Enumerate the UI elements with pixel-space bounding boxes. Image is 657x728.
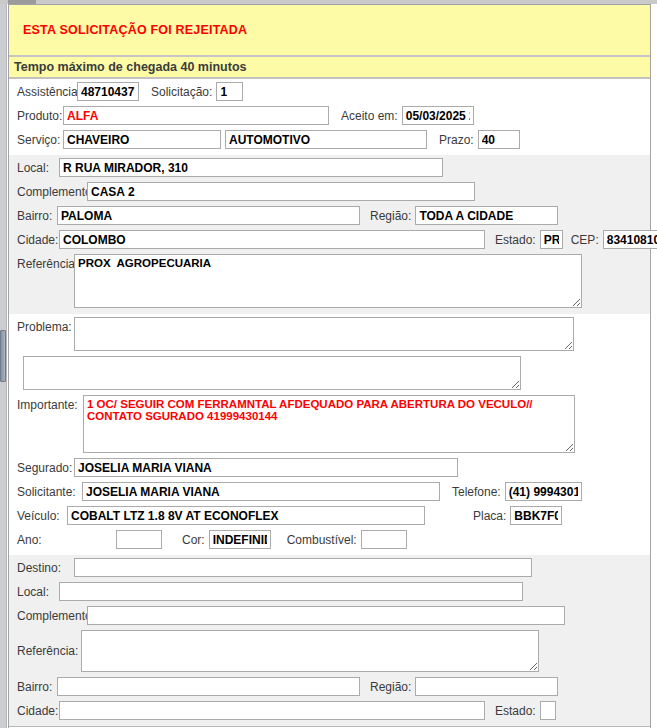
destino-estado-label: Estado:	[495, 704, 536, 718]
destino-complemento-label: Complemento:	[17, 609, 83, 623]
row-observacao	[9, 356, 650, 390]
section-destino: Destino: Local: Complemento: Referência:…	[9, 555, 650, 726]
bairro-input[interactable]	[57, 206, 360, 225]
eta-banner-text: Tempo máximo de chegada 40 minutos	[14, 60, 246, 74]
produto-label: Produto:	[17, 109, 59, 123]
combustivel-input[interactable]	[361, 530, 407, 549]
section-detalhes: Problema: Importante: 1 OC/ SEGUIR COM F…	[9, 314, 650, 555]
estado-label: Estado:	[495, 233, 536, 247]
assistencia-label: Assistência:	[17, 85, 73, 99]
assistencia-input[interactable]	[77, 82, 139, 101]
aceito-em-input[interactable]	[402, 106, 474, 125]
segurado-label: Segurado:	[17, 461, 70, 475]
combustivel-label: Combustível:	[287, 533, 357, 547]
row-local: Local:	[9, 158, 650, 177]
row-servico: Serviço: Prazo:	[9, 130, 650, 149]
destino-complemento-input[interactable]	[87, 606, 565, 625]
row-destino-bairro: Bairro: Região:	[9, 677, 650, 696]
complemento-input[interactable]	[87, 182, 475, 201]
destino-cidade-input[interactable]	[59, 701, 485, 720]
regiao-label: Região:	[370, 209, 411, 223]
destino-estado-input[interactable]	[540, 701, 556, 720]
row-referencias: Referências: PROX AGROPECUARIA	[9, 254, 650, 308]
ano-input[interactable]	[116, 530, 162, 549]
row-complemento: Complemento:	[9, 182, 650, 201]
importante-label: Importante:	[17, 395, 79, 412]
section-origem: Local: Complemento: Bairro: Região: Cida…	[9, 155, 650, 314]
row-bairro: Bairro: Região:	[9, 206, 650, 225]
row-destino: Destino:	[9, 558, 650, 577]
row-cidade: Cidade: Estado: CEP:	[9, 230, 650, 249]
referencias-textarea[interactable]: PROX AGROPECUARIA	[74, 254, 582, 308]
destino-bairro-label: Bairro:	[17, 680, 53, 694]
destino-label: Destino:	[17, 561, 70, 575]
telefone-label: Telefone:	[452, 485, 501, 499]
row-destino-referencia: Referência:	[9, 630, 650, 672]
solicitacao-label: Solicitação:	[151, 85, 212, 99]
placa-input[interactable]	[510, 506, 562, 525]
problema-label: Problema:	[17, 317, 70, 334]
prazo-input[interactable]	[478, 130, 520, 149]
row-problema: Problema:	[9, 317, 650, 351]
importante-textarea[interactable]: 1 OC/ SEGUIR COM FERRAMNTAL AFDEQUADO PA…	[83, 395, 575, 453]
cidade-label: Cidade:	[17, 233, 55, 247]
left-scrollbar-thumb[interactable]	[0, 330, 6, 382]
row-destino-cidade: Cidade: Estado:	[9, 701, 650, 720]
veiculo-input[interactable]	[67, 506, 425, 525]
destino-bairro-input[interactable]	[57, 677, 360, 696]
aceito-em-label: Aceito em:	[341, 109, 398, 123]
solicitacao-input[interactable]	[216, 82, 243, 101]
complemento-label: Complemento:	[17, 185, 83, 199]
row-produto: Produto: Aceito em:	[9, 106, 650, 125]
row-destino-complemento: Complemento:	[9, 606, 650, 625]
servico-input[interactable]	[63, 130, 221, 149]
telefone-input[interactable]	[505, 482, 582, 501]
left-scrollbar-track[interactable]	[0, 4, 7, 728]
row-segurado: Segurado:	[9, 458, 650, 477]
row-veiculo: Veículo: Placa:	[9, 506, 650, 525]
row-solicitante: Solicitante: Telefone:	[9, 482, 650, 501]
rejected-banner: ESTA SOLICITAÇÃO FOI REJEITADA	[9, 5, 650, 57]
cep-input[interactable]	[603, 230, 657, 249]
servico-label: Serviço:	[17, 133, 59, 147]
solicitante-input[interactable]	[82, 482, 440, 501]
rejected-banner-text: ESTA SOLICITAÇÃO FOI REJEITADA	[23, 23, 247, 37]
destino-referencia-textarea[interactable]	[81, 630, 539, 672]
section-request: Assistência: Solicitação: Produto: Aceit…	[9, 79, 650, 155]
request-form-panel: ESTA SOLICITAÇÃO FOI REJEITADA Tempo máx…	[8, 4, 651, 728]
destino-local-label: Local:	[17, 585, 55, 599]
solicitante-label: Solicitante:	[17, 485, 78, 499]
row-ano-cor-combustivel: Ano: Cor: Combustível:	[9, 530, 650, 549]
veiculo-label: Veículo:	[17, 509, 63, 523]
destino-referencia-label: Referência:	[17, 644, 77, 658]
destino-regiao-label: Região:	[370, 680, 411, 694]
row-destino-local: Local:	[9, 582, 650, 601]
cor-label: Cor:	[182, 533, 205, 547]
destino-local-input[interactable]	[59, 582, 523, 601]
ano-label: Ano:	[17, 533, 112, 547]
eta-banner: Tempo máximo de chegada 40 minutos	[9, 57, 650, 79]
observacao-textarea[interactable]	[23, 356, 521, 390]
estado-input[interactable]	[540, 230, 563, 249]
cor-input[interactable]	[209, 530, 271, 549]
cep-label: CEP:	[571, 233, 599, 247]
destino-cidade-label: Cidade:	[17, 704, 55, 718]
local-input[interactable]	[59, 158, 443, 177]
placa-label: Placa:	[473, 509, 506, 523]
segurado-input[interactable]	[74, 458, 458, 477]
servico-tipo-input[interactable]	[225, 130, 427, 149]
produto-input[interactable]	[63, 106, 329, 125]
destino-regiao-input[interactable]	[415, 677, 558, 696]
row-assistencia: Assistência: Solicitação:	[9, 82, 650, 101]
prazo-label: Prazo:	[439, 133, 474, 147]
referencias-label: Referências:	[17, 254, 70, 271]
bairro-label: Bairro:	[17, 209, 53, 223]
destino-input[interactable]	[74, 558, 532, 577]
row-importante: Importante: 1 OC/ SEGUIR COM FERRAMNTAL …	[9, 395, 650, 453]
problema-textarea[interactable]	[74, 317, 574, 351]
cidade-input[interactable]	[59, 230, 485, 249]
regiao-input[interactable]	[415, 206, 558, 225]
local-label: Local:	[17, 161, 55, 175]
